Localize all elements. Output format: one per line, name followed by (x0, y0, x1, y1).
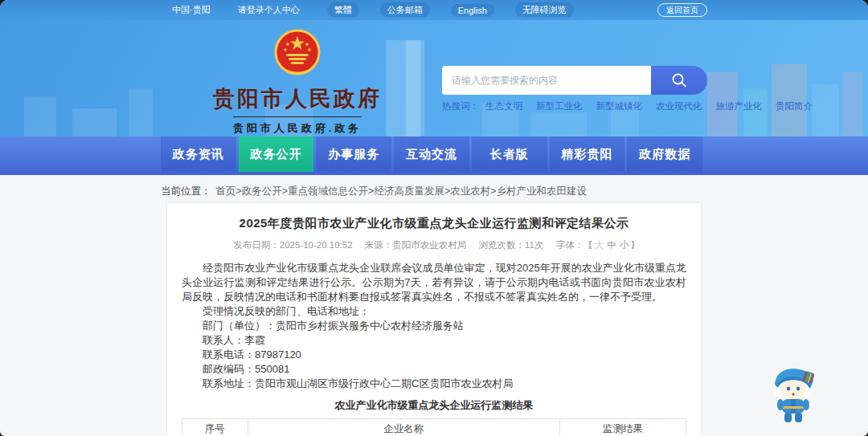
header-enterprise-name: 企业名称 (248, 419, 560, 436)
site-subtitle: 贵阳市人民政府.政务 (233, 116, 362, 136)
topbar-link-accessibility[interactable]: 无障碍浏览 (515, 2, 574, 18)
paragraph-contact-intro: 受理情况反映的部门、电话和地址： (182, 304, 686, 319)
font-size-large-button[interactable]: 大 (595, 240, 604, 250)
hot-word-1[interactable]: 新型工业化 (536, 100, 583, 112)
bracket-open: 【 (583, 240, 593, 250)
cityscape-silhouette (0, 40, 868, 137)
view-count: 浏览次数：11次 (479, 240, 544, 250)
mascot-assistant[interactable] (767, 361, 820, 426)
hot-word-3[interactable]: 农业现代化 (656, 100, 702, 112)
search-icon (670, 71, 688, 89)
site-name: 贵阳市人民政府 (181, 84, 414, 113)
nav-tab-zhengfu-shuju[interactable]: 政府数据 (627, 137, 702, 172)
topbar-link-traditional-chinese[interactable]: 繁體 (327, 2, 359, 18)
paragraph-contact-person: 联系人：李霞 (182, 333, 686, 348)
paragraph-address: 联系地址：贵阳市观山湖区市级行政中心二期C区贵阳市农业农村局 (182, 377, 686, 391)
back-to-home-button[interactable]: 返回首页 (657, 3, 707, 17)
hot-search-row: 热搜词： 生态文明 新型工业化 新型城镇化 农业现代化 旅游产业化 贵阳简介 (442, 100, 707, 112)
article-title: 2025年度贵阳市农业产业化市级重点龙头企业运行监测和评定结果公示 (182, 216, 686, 231)
national-emblem-icon (274, 28, 321, 79)
hot-word-4[interactable]: 旅游产业化 (716, 100, 763, 112)
topbar-link-official-mail[interactable]: 公务邮箱 (380, 2, 430, 18)
hot-word-2[interactable]: 新型城镇化 (596, 100, 643, 112)
monitoring-results-table: 序号 企业名称 监测结果 1 贵州合力超市采购有限公司 合格 2 贵州友禾种业有… (182, 418, 686, 436)
font-size-label: 字体： (556, 240, 584, 250)
breadcrumb-path[interactable]: 首页>政务公开>重点领域信息公开>经济高质量发展>农业农村>乡村产业和农田建设 (216, 185, 588, 198)
hot-search-label: 热搜词： (442, 100, 479, 112)
hot-word-0[interactable]: 生态文明 (485, 100, 522, 112)
paragraph-phone: 联系电话：87987120 (182, 348, 686, 362)
bracket-close: 】 (630, 240, 640, 250)
search-area: 热搜词： 生态文明 新型工业化 新型城镇化 农业现代化 旅游产业化 贵阳简介 (442, 66, 707, 112)
nav-tab-banshi-fuwu[interactable]: 办事服务 (316, 137, 391, 172)
article-source: 来源：贵阳市农业农村局 (365, 240, 467, 250)
main-navigation: 政务资讯 政务公开 办事服务 互动交流 长者版 精彩贵阳 政府数据 (0, 137, 868, 175)
paragraph-postcode: 邮政编码：550081 (182, 362, 686, 377)
header-monitoring-result: 监测结果 (560, 419, 686, 436)
breadcrumb: 当前位置： 首页>政务公开>重点领域信息公开>经济高质量发展>农业农村>乡村产业… (161, 185, 587, 198)
publish-date: 发布日期：2025-10-20 10:52 (233, 240, 352, 250)
search-input[interactable] (442, 66, 651, 95)
nav-tab-hudong-jiaoliu[interactable]: 互动交流 (394, 137, 469, 172)
nav-tab-jingcai-guiyang[interactable]: 精彩贵阳 (550, 137, 625, 172)
article-body: 经贵阳市农业产业化市级重点龙头企业联席会议成员单位审定，现对2025年开展的农业… (182, 261, 686, 391)
topbar-link-login-personal-center[interactable]: 请登录个人中心 (238, 4, 300, 16)
topbar-link-china-guiyang[interactable]: 中国·贵阳 (172, 4, 211, 16)
search-button[interactable] (651, 66, 707, 95)
breadcrumb-label: 当前位置： (161, 185, 211, 198)
font-size-small-button[interactable]: 小 (620, 240, 629, 250)
hot-word-5[interactable]: 贵阳简介 (776, 100, 813, 112)
nav-tab-zhengwu-gongkai[interactable]: 政务公开 (239, 137, 314, 172)
site-logo-block: 贵阳市人民政府 贵阳市人民政府.政务 www.guiyang.gov.cn (181, 28, 414, 137)
paragraph-announcement: 经贵阳市农业产业化市级重点龙头企业联席会议成员单位审定，现对2025年开展的农业… (182, 261, 686, 304)
nav-tab-zhengwu-zixun[interactable]: 政务资讯 (161, 137, 236, 172)
utility-topbar: 中国·贵阳 请登录个人中心 繁體 公务邮箱 English 无障碍浏览 返回首页 (0, 0, 868, 20)
font-size-medium-button[interactable]: 中 (607, 240, 616, 250)
paragraph-department: 部门（单位）：贵阳市乡村振兴服务中心农村经济服务站 (182, 319, 686, 333)
nav-tab-zhangzheban[interactable]: 长者版 (472, 137, 547, 172)
browser-page: 中国·贵阳 请登录个人中心 繁體 公务邮箱 English 无障碍浏览 返回首页 (0, 0, 868, 436)
article-meta: 发布日期：2025-10-20 10:52 来源：贵阳市农业农村局 浏览次数：1… (182, 239, 686, 251)
header-serial-number: 序号 (182, 419, 248, 436)
topbar-link-english[interactable]: English (451, 4, 494, 17)
article-card: 2025年度贵阳市农业产业化市级重点龙头企业运行监测和评定结果公示 发布日期：2… (166, 202, 702, 436)
site-header-banner: 贵阳市人民政府 贵阳市人民政府.政务 www.guiyang.gov.cn 热搜… (0, 20, 868, 137)
results-table-caption: 农业产业化市级重点龙头企业运行监测结果 (182, 398, 686, 413)
table-header-row: 序号 企业名称 监测结果 (182, 419, 686, 436)
